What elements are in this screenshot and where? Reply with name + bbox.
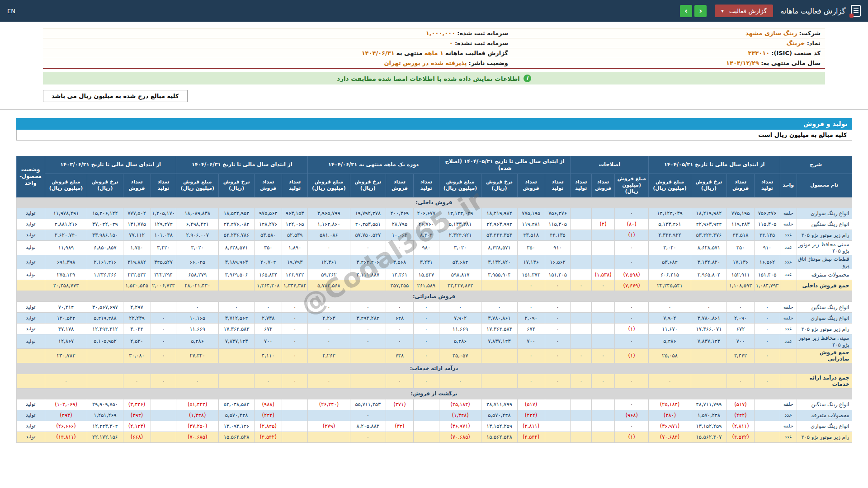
value-cell — [151, 432, 176, 442]
value-cell: ۰ — [592, 349, 615, 363]
value-cell: ۲۲,۲۳۷,۸۶۲ — [439, 280, 481, 291]
value-cell: ۲,۲۹۷ — [123, 302, 151, 313]
value-cell: ۳۳,۹۸۶,۱۵۰ — [87, 230, 123, 240]
table-row: انواع رینگ سواریحلقه۰۲,۰۹۰۳,۷۸۰,۸۶۱۷,۹۰۲… — [16, 313, 852, 324]
value-cell: ۹۱۰ — [755, 240, 780, 255]
value-cell: ۱۷,۳۶۴,۵۸۳ — [481, 324, 517, 334]
info-label: نماد: — [807, 40, 821, 47]
value-cell: ۰ — [255, 374, 282, 388]
value-cell: ۰ — [545, 280, 571, 291]
table-row: فروش صادراتی: — [16, 291, 852, 302]
value-cell: ۰ — [151, 334, 176, 349]
value-cell: ۰ — [282, 334, 308, 349]
value-cell: ۲۵,۰۵۷ — [439, 349, 481, 363]
value-cell: ۱۲۰,۵۲۴ — [45, 313, 87, 324]
value-cell — [350, 349, 386, 363]
value-cell: (۲۷۹) — [308, 421, 350, 432]
info-label: منتهی به — [396, 50, 423, 56]
value-cell: ۲۲,۱۷۲,۱۵۶ — [87, 432, 123, 442]
value-cell: ۱,۱۶۴,۸۶۰ — [308, 219, 350, 230]
value-cell: ۱۶,۵۶۲ — [755, 255, 780, 269]
value-cell — [282, 399, 308, 410]
value-cell: ۳۷,۱۷۸ — [45, 324, 87, 334]
value-cell: ۰ — [176, 374, 219, 388]
value-cell — [218, 349, 254, 363]
value-cell: ۶۶,۰۴۵ — [176, 255, 219, 269]
topbar: گزارش فعالیت ماهانه گزارش فعالیت ▾ ‹ › E… — [0, 0, 868, 22]
prev-report-button[interactable]: ‹ — [680, 5, 692, 17]
value-cell: (۴,۵۴۲) — [517, 432, 545, 442]
info-value: رینگ سازی مشهد — [745, 30, 797, 37]
value-cell — [571, 255, 592, 269]
value-cell: ۹۸۰ — [413, 240, 439, 255]
value-cell: ۳۰,۵۶۷,۶۹۷ — [87, 302, 123, 313]
value-cell: ۲,۲۶۳ — [308, 349, 350, 363]
value-cell: (۹۸۸) — [255, 399, 282, 410]
value-cell: ۹۷۵,۵۶۴ — [255, 208, 282, 219]
column-header: نرخ فروش (ریال) — [87, 174, 123, 197]
unit-cell: عدد — [780, 410, 797, 421]
value-cell: (۱۴,۸۱۱) — [45, 432, 87, 442]
value-cell — [571, 410, 592, 421]
value-cell: ۵,۱۳۳,۳۸۱ — [439, 219, 481, 230]
value-cell: ۰ — [282, 349, 308, 363]
product-status-cell: تولید — [16, 399, 45, 410]
value-cell — [87, 349, 123, 363]
value-cell: (۲,۸۱۱) — [727, 421, 755, 432]
value-cell: ۲,۰۹۰ — [727, 313, 755, 324]
value-cell: ۰ — [755, 374, 780, 388]
next-report-button[interactable]: › — [694, 5, 707, 17]
value-cell: ۰ — [350, 240, 386, 255]
value-cell — [151, 421, 176, 432]
value-cell — [592, 324, 615, 334]
value-cell: ۱۰,۱۶۵ — [176, 313, 219, 324]
value-cell — [218, 374, 254, 388]
section-header-cell: فروش داخلی: — [16, 197, 852, 208]
value-cell: ۵,۱۳۳,۴۶۱ — [649, 219, 691, 230]
value-cell: ۲۴۰,۷۸۳ — [45, 349, 87, 363]
column-group-header: شرح — [780, 156, 852, 174]
value-cell: ۶,۲۹۸,۲۴۱ — [176, 219, 219, 230]
value-cell: (۲۴۲) — [517, 410, 545, 421]
value-cell: ۰ — [439, 374, 481, 388]
value-cell — [386, 432, 413, 442]
value-cell: ۵۲,۵۳۹ — [282, 230, 308, 240]
report-type-dropdown[interactable]: گزارش فعالیت ▾ — [715, 5, 773, 17]
table-amounts-note: کلیه مبالغ به میلیون ریال است — [16, 130, 852, 141]
value-cell: (۲۶,۲۴۰) — [308, 399, 350, 410]
info-row: کد صنعت (ISIC): ۳۴۳۰۱۰ گزارش فعالیت ماها… — [43, 48, 825, 58]
language-link[interactable]: EN — [7, 8, 15, 14]
value-cell: ۱۲,۳۶۱ — [308, 255, 350, 269]
value-cell: ۰ — [649, 302, 691, 313]
value-cell: ۲,۱۶۱,۴۱۶ — [87, 255, 123, 269]
value-cell: (۳۴) — [386, 421, 413, 432]
value-cell: (۲) — [592, 219, 615, 230]
value-cell: ۳,۷۸۰,۸۶۱ — [481, 313, 517, 324]
value-cell: ۴,۱۱۰ — [255, 349, 282, 363]
value-cell: ۶۵۸,۲۷۹ — [176, 269, 219, 280]
unit-cell — [780, 349, 797, 363]
value-cell — [282, 432, 308, 442]
page-title: گزارش فعالیت ماهانه — [780, 7, 845, 15]
column-header: تعداد فروش — [592, 174, 615, 197]
product-status-cell — [16, 280, 45, 291]
value-cell: (۲۴۲) — [727, 410, 755, 421]
value-cell — [592, 230, 615, 240]
value-cell: ۰ — [151, 313, 176, 324]
value-cell: (۷,۵۹۸) — [615, 269, 649, 280]
value-cell: ۵,۴۸۶ — [649, 334, 691, 349]
value-cell — [308, 432, 350, 442]
value-cell: ۰ — [282, 313, 308, 324]
value-cell: ۵۴,۲۳۶,۷۸۶ — [218, 230, 254, 240]
info-value: ۳۴۳۰۱۰ — [748, 50, 770, 56]
value-cell: ۲۸,۰۲۱,۴۳۰ — [176, 280, 219, 291]
value-cell: ۰ — [545, 324, 571, 334]
value-cell: ۱۵,۵۶۲,۵۲۸ — [218, 432, 254, 442]
product-name-cell: انواع رینگ سنگین — [797, 399, 852, 410]
value-cell: ۱۲,۴۴۳,۳۰۴ — [87, 421, 123, 432]
value-cell: ۰ — [282, 324, 308, 334]
value-cell: ۵۷,۷۵۰,۵۴۷ — [350, 230, 386, 240]
value-cell: ۰ — [755, 313, 780, 324]
value-cell: ۲,۰۰۶,۷۲۳ — [151, 280, 176, 291]
info-row: نماد: خرینگ سرمایه ثبت نشده: ۰ — [43, 38, 825, 48]
